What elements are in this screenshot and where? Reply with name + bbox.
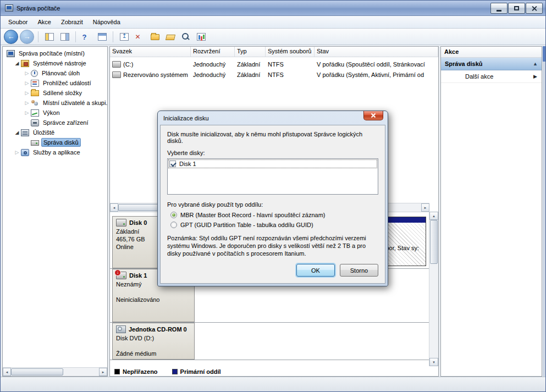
- collapse-icon[interactable]: ◢: [14, 60, 20, 66]
- chart-icon: [197, 33, 206, 41]
- scrollbar-thumb[interactable]: [430, 220, 438, 264]
- scrollbar-thumb[interactable]: [543, 46, 546, 62]
- disk-list-item[interactable]: Disk 1: [168, 159, 377, 168]
- window-controls: [490, 3, 543, 14]
- open-button[interactable]: [163, 30, 177, 43]
- search-button[interactable]: [179, 30, 192, 43]
- tree-item-computer-management[interactable]: Správa počítače (místní): [3, 48, 107, 58]
- help-icon: [82, 33, 91, 41]
- scrollbar-thumb[interactable]: [11, 368, 63, 376]
- expand-icon[interactable]: ▷: [24, 110, 30, 115]
- cdrom-label[interactable]: Jednotka CD-ROM 0 Disk DVD (D:) Žádné mé…: [112, 323, 195, 360]
- window-title: Správa počítače: [16, 5, 60, 12]
- tree-item-services-applications[interactable]: ▷ Služby a aplikace: [3, 147, 107, 157]
- select-disks-label: Vyberte disky:: [167, 150, 378, 156]
- checkbox-checked-icon[interactable]: [169, 161, 176, 167]
- tree-item-performance[interactable]: ▷ Výkon: [3, 108, 107, 118]
- column-header-system-souboru[interactable]: Systém souborů: [266, 47, 315, 57]
- delete-icon: [135, 33, 144, 41]
- submenu-arrow-icon: ▶: [533, 74, 537, 79]
- open-folder-icon: [165, 35, 175, 40]
- console-tree-icon: [45, 33, 54, 41]
- cancel-button[interactable]: Storno: [340, 264, 378, 277]
- column-header-svazek[interactable]: Svazek: [110, 47, 191, 57]
- scroll-left-icon[interactable]: ◂: [110, 203, 118, 212]
- scroll-right-icon[interactable]: ▸: [99, 368, 107, 376]
- maximize-button[interactable]: [508, 3, 525, 14]
- show-action-pane-button[interactable]: [58, 30, 71, 43]
- close-icon: [532, 5, 537, 11]
- collapse-group-icon[interactable]: ▲: [533, 61, 538, 67]
- dialog-close-button[interactable]: [363, 111, 383, 120]
- tree-item-storage[interactable]: ◢ Úložiště: [3, 128, 107, 137]
- menu-zobrazit[interactable]: Zobrazit: [56, 17, 88, 27]
- tree-item-local-users[interactable]: ▷ Místní uživatelé a skupi...: [3, 98, 107, 108]
- scroll-left-icon[interactable]: ◂: [3, 368, 11, 376]
- scroll-down-icon[interactable]: ▾: [429, 358, 438, 366]
- menu-akce[interactable]: Akce: [32, 17, 56, 27]
- tree-item-device-manager[interactable]: Správce zařízení: [3, 118, 107, 128]
- menu-soubor[interactable]: Soubor: [3, 17, 32, 27]
- back-button[interactable]: [4, 30, 18, 44]
- tree-horizontal-scrollbar[interactable]: ◂ ▸: [3, 367, 107, 376]
- minimize-button[interactable]: [490, 3, 508, 14]
- pane-scrollbar[interactable]: [543, 46, 546, 377]
- collapse-icon[interactable]: ◢: [14, 130, 20, 135]
- show-console-tree-button[interactable]: [42, 30, 56, 43]
- expand-icon[interactable]: ▷: [24, 90, 30, 96]
- more-actions-item[interactable]: Další akce ▶: [441, 70, 542, 83]
- legend-primary-partition: Primární oddíl: [172, 368, 221, 375]
- new-window-button[interactable]: [95, 30, 109, 43]
- export-icon: [120, 33, 129, 41]
- volume-table-header: Svazek Rozvržení Typ Systém souborů Stav: [110, 47, 438, 57]
- export-list-button[interactable]: [117, 30, 131, 43]
- column-header-stav[interactable]: Stav: [315, 47, 438, 57]
- menu-napoveda[interactable]: Nápověda: [88, 17, 125, 27]
- console-tree: Správa počítače (místní) ◢ Systémové nás…: [2, 46, 108, 377]
- forward-button[interactable]: [20, 30, 34, 44]
- cdrom-media-zone[interactable]: [195, 323, 429, 360]
- column-header-typ[interactable]: Typ: [235, 47, 266, 57]
- dialog-title: Inicializace disku: [163, 115, 209, 122]
- tree-item-event-viewer[interactable]: ▷ Prohlížeč událostí: [3, 78, 107, 88]
- computer-management-window: Správa počítače Soubor Akce Zobrazit Náp…: [0, 0, 546, 392]
- properties-button[interactable]: [148, 30, 162, 43]
- scroll-up-icon[interactable]: ▴: [429, 212, 438, 220]
- unallocated-swatch: [114, 369, 120, 374]
- tree-item-task-scheduler[interactable]: ▷ Plánovač úloh: [3, 68, 107, 78]
- expand-icon[interactable]: ▷: [24, 70, 30, 76]
- delete-button[interactable]: [133, 30, 146, 43]
- tree-item-shared-folders[interactable]: ▷ Sdílené složky: [3, 88, 107, 98]
- search-icon: [181, 33, 190, 41]
- vertical-scrollbar[interactable]: ▴ ▾: [429, 212, 438, 366]
- shared-folders-icon: [31, 90, 39, 96]
- tree-item-system-tools[interactable]: ◢ Systémové nástroje: [3, 58, 107, 68]
- system-tools-icon: [21, 60, 29, 67]
- expand-icon[interactable]: ▷: [14, 150, 20, 155]
- column-header-rozvrzeni[interactable]: Rozvržení: [191, 47, 235, 57]
- actions-pane: Akce Správa disků ▲ Další akce ▶: [440, 46, 542, 377]
- partition-type-label: Pro vybrané disky použít typ oddílu:: [167, 201, 378, 208]
- help-button[interactable]: [80, 30, 93, 43]
- volume-row-system-reserved[interactable]: Rezervováno systémem Jednoduchý Základní…: [110, 69, 438, 80]
- initialize-disk-dialog: Inicializace disku Disk musíte inicializ…: [157, 111, 388, 286]
- dialog-buttons: OK Storno: [167, 264, 378, 277]
- ok-button[interactable]: OK: [296, 264, 335, 277]
- dialog-titlebar[interactable]: Inicializace disku: [160, 111, 385, 125]
- scroll-right-icon[interactable]: ▸: [421, 203, 429, 212]
- chart-button[interactable]: [194, 30, 208, 43]
- volume-row-c[interactable]: (C:) Jednoduchý Základní NTFS V pořádku …: [110, 59, 438, 69]
- expand-icon[interactable]: ▷: [24, 100, 30, 106]
- disk-listbox[interactable]: Disk 1: [167, 158, 378, 195]
- expand-icon[interactable]: ▷: [24, 80, 30, 86]
- tree-item-disk-management[interactable]: Správa disků: [3, 137, 107, 147]
- gpt-radio-option[interactable]: GPT (GUID Partition Table - tabulka oddí…: [167, 220, 378, 230]
- actions-group-disk-management[interactable]: Správa disků ▲: [441, 58, 542, 70]
- cdrom-icon: [116, 325, 126, 333]
- close-button[interactable]: [526, 3, 543, 14]
- mbr-radio-option[interactable]: MBR (Master Boot Record - hlavní spouště…: [167, 210, 378, 220]
- titlebar[interactable]: Správa počítače: [1, 1, 545, 16]
- menubar: Soubor Akce Zobrazit Nápověda: [1, 16, 545, 29]
- action-pane-icon: [60, 33, 69, 41]
- toolbar-separator: [38, 31, 38, 42]
